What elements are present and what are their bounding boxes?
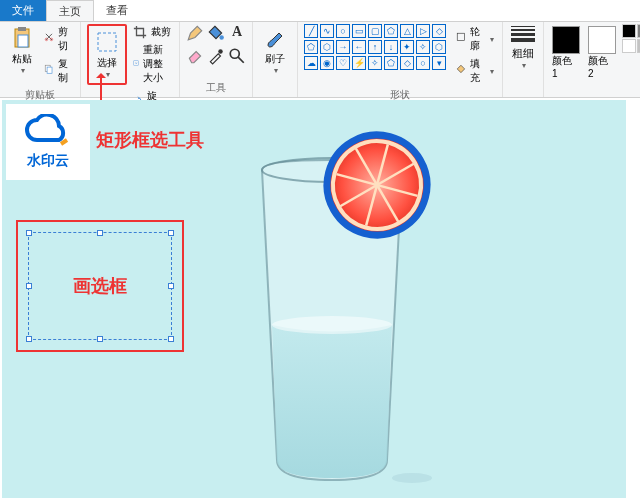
tab-bar: 文件 主页 查看 <box>0 0 640 22</box>
svg-point-9 <box>219 35 224 40</box>
copy-label: 复制 <box>58 57 72 85</box>
group-clipboard: 粘贴 剪切 复制 剪贴板 <box>0 22 81 97</box>
resize-label: 重新调整大小 <box>143 43 171 85</box>
watermark-text: 水印云 <box>27 152 69 170</box>
copy-button[interactable]: 复制 <box>42 56 74 86</box>
svg-point-14 <box>272 316 392 334</box>
ribbon: 粘贴 剪切 复制 剪贴板 选择 裁剪 重新调整大小 旋转 图像 <box>0 22 640 98</box>
color1-label: 颜色 1 <box>552 54 580 79</box>
group-brush: 刷子 <box>253 22 298 97</box>
tab-home[interactable]: 主页 <box>46 0 94 21</box>
fill-icon[interactable] <box>207 24 225 44</box>
paste-button[interactable]: 粘贴 <box>6 24 38 77</box>
fill-button[interactable]: 填充 <box>454 56 496 86</box>
group-stroke: 粗细 <box>503 22 544 97</box>
svg-rect-1 <box>18 27 26 31</box>
palette-swatch[interactable] <box>622 24 636 38</box>
color-palette[interactable] <box>622 24 640 53</box>
color2-swatch <box>588 26 616 54</box>
cloud-icon <box>25 114 71 148</box>
svg-rect-6 <box>47 67 52 73</box>
select-icon <box>95 30 119 54</box>
outline-button[interactable]: 轮廓 <box>454 24 496 54</box>
crop-icon <box>133 25 147 39</box>
crop-button[interactable]: 裁剪 <box>131 24 173 40</box>
svg-rect-7 <box>98 33 116 51</box>
pencil-icon[interactable] <box>186 24 204 44</box>
picker-icon[interactable] <box>207 47 225 67</box>
svg-rect-2 <box>18 35 28 47</box>
outline-label: 轮廓 <box>470 25 484 53</box>
tab-file[interactable]: 文件 <box>0 0 46 21</box>
annotation-select-tool: 矩形框选工具 <box>96 128 204 152</box>
brush-button[interactable]: 刷子 <box>259 24 291 77</box>
color2-button[interactable]: 颜色 2 <box>586 24 618 81</box>
annotation-draw-box: 画选框 <box>73 274 127 298</box>
zoom-icon[interactable] <box>228 47 246 67</box>
canvas[interactable]: 水印云 矩形框选工具 画选框 <box>2 100 626 498</box>
resize-icon <box>133 57 139 71</box>
group-image: 选择 裁剪 重新调整大小 旋转 图像 <box>81 22 180 97</box>
stroke-icon <box>511 26 535 42</box>
eraser-icon[interactable] <box>186 47 204 67</box>
resize-button[interactable]: 重新调整大小 <box>131 42 173 86</box>
brush-label: 刷子 <box>265 52 285 66</box>
fill-label: 填充 <box>470 57 484 85</box>
svg-point-11 <box>230 49 239 58</box>
outline-icon <box>456 32 466 46</box>
group-tools: A 工具 <box>180 22 253 97</box>
paste-icon <box>10 26 34 50</box>
paste-label: 粘贴 <box>12 52 32 66</box>
annotation-selection-box: 画选框 <box>16 220 184 352</box>
cut-button[interactable]: 剪切 <box>42 24 74 54</box>
brush-icon <box>263 26 287 50</box>
text-icon[interactable]: A <box>228 24 246 44</box>
watermark-logo: 水印云 <box>6 104 90 180</box>
annotation-arrow <box>100 74 102 102</box>
select-highlight: 选择 <box>87 24 127 85</box>
copy-icon <box>44 64 54 78</box>
color1-swatch <box>552 26 580 54</box>
group-colors: 颜色 1 颜色 2 颜色 <box>544 22 640 97</box>
svg-point-22 <box>392 473 432 483</box>
group-shapes: ╱∿○▭▢⬠△▷◇ ⬠⬡→←↑↓✦✧⬡ ☁◉♡⚡✧⬠◇○▾ 轮廓 填充 形状 <box>298 22 503 97</box>
cut-label: 剪切 <box>58 25 72 53</box>
tab-view[interactable]: 查看 <box>94 0 140 21</box>
svg-point-10 <box>218 49 223 54</box>
crop-label: 裁剪 <box>151 25 171 39</box>
svg-rect-12 <box>457 33 464 40</box>
fillshape-icon <box>456 64 466 78</box>
group-tools-label: 工具 <box>206 81 226 95</box>
stroke-label: 粗细 <box>512 46 534 61</box>
cut-icon <box>44 32 54 46</box>
palette-swatch[interactable] <box>622 39 636 53</box>
stroke-button[interactable]: 粗细 <box>509 24 537 72</box>
shapes-grid[interactable]: ╱∿○▭▢⬠△▷◇ ⬠⬡→←↑↓✦✧⬡ ☁◉♡⚡✧⬠◇○▾ <box>304 24 446 70</box>
color2-label: 颜色 2 <box>588 54 616 79</box>
color1-button[interactable]: 颜色 1 <box>550 24 582 81</box>
glass-image <box>212 130 452 490</box>
